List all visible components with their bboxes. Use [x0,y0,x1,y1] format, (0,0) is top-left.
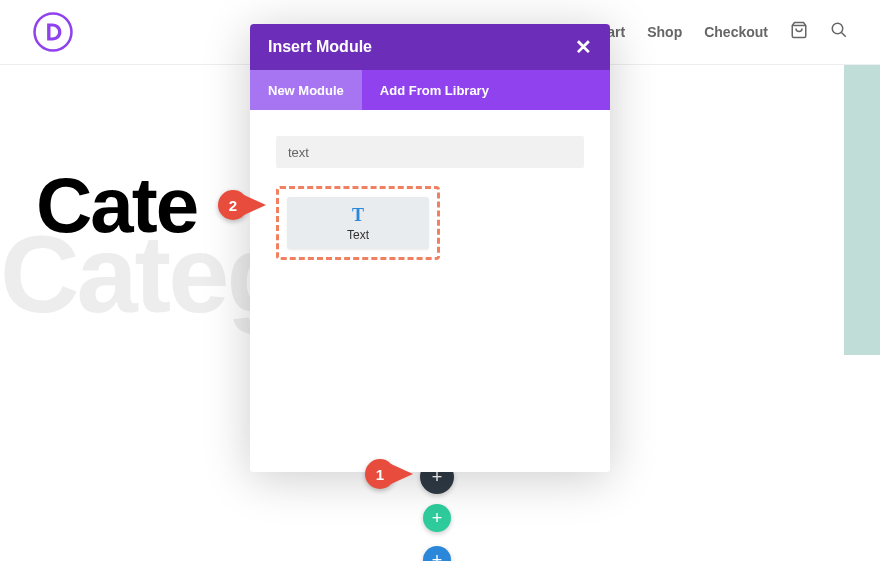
search-icon[interactable] [830,21,848,43]
logo-wrap [32,11,74,53]
module-grid: T Text [276,186,584,260]
svg-point-2 [832,23,843,34]
add-row-button[interactable]: + [423,504,451,532]
svg-line-3 [841,32,846,37]
svg-point-0 [35,14,72,51]
modal-body: T Text [250,110,610,472]
module-highlight-frame: T Text [276,186,440,260]
nav-link-checkout[interactable]: Checkout [704,24,768,40]
modal-tabs: New Module Add From Library [250,70,610,110]
tab-new-module[interactable]: New Module [250,70,362,110]
callout-1: 1 [365,459,413,489]
divi-logo-icon [32,11,74,53]
modal-title: Insert Module [268,38,372,56]
side-decoration [844,65,880,355]
module-search-input[interactable] [276,136,584,168]
cart-icon[interactable] [790,21,808,43]
modal-header: Insert Module ✕ [250,24,610,70]
insert-module-modal: Insert Module ✕ New Module Add From Libr… [250,24,610,472]
page-title: Cate [36,160,197,251]
callout-pointer-2 [244,195,266,215]
tab-add-from-library[interactable]: Add From Library [362,70,507,110]
text-module-icon: T [352,205,364,226]
callout-2: 2 [218,190,266,220]
close-icon[interactable]: ✕ [575,35,592,59]
nav-bar: art Shop Checkout [607,21,848,43]
nav-link-shop[interactable]: Shop [647,24,682,40]
callout-pointer-1 [391,464,413,484]
module-text-card[interactable]: T Text [287,197,429,249]
module-label: Text [347,228,369,242]
